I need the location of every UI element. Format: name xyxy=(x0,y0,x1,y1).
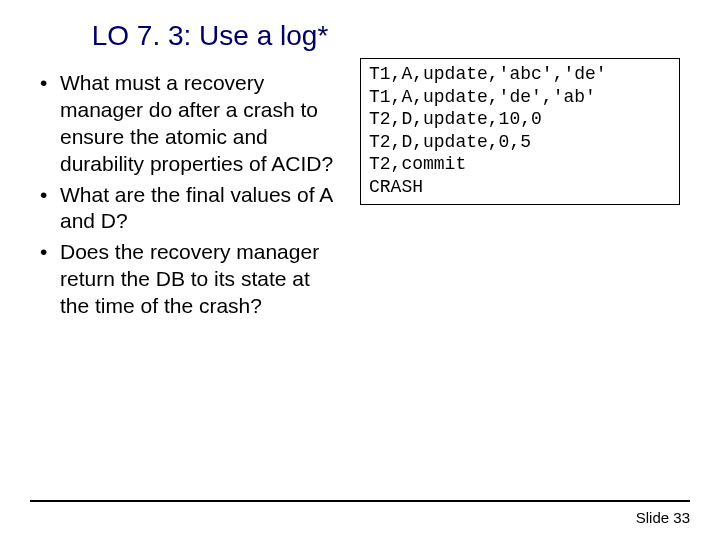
slide-number: Slide 33 xyxy=(636,509,690,526)
bullet-item: Does the recovery manager return the DB … xyxy=(38,239,340,320)
content-area: What must a recovery manager do after a … xyxy=(30,70,690,324)
right-column: T1,A,update,'abc','de' T1,A,update,'de',… xyxy=(360,70,690,324)
slide: LO 7. 3: Use a log* What must a recovery… xyxy=(0,0,720,540)
log-box: T1,A,update,'abc','de' T1,A,update,'de',… xyxy=(360,58,680,205)
bullet-item: What must a recovery manager do after a … xyxy=(38,70,340,178)
bullet-item: What are the final values of A and D? xyxy=(38,182,340,236)
bullet-list: What must a recovery manager do after a … xyxy=(38,70,340,320)
slide-title: LO 7. 3: Use a log* xyxy=(50,20,370,52)
left-column: What must a recovery manager do after a … xyxy=(30,70,340,324)
footer-divider xyxy=(30,500,690,502)
